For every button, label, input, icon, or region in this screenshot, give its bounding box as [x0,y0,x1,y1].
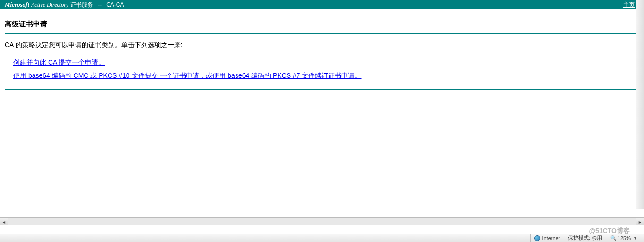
zoom-control[interactable]: 🔍 125% ▾ [606,234,642,242]
option-row-1: 创建并向此 CA 提交一个申请。 [5,56,639,69]
page-title: 高级证书申请 [5,14,639,33]
scroll-right-button[interactable]: ► [636,218,644,225]
divider-bottom [5,89,639,90]
option-row-2: 使用 base64 编码的 CMC 或 PKCS #10 文件提交 一个证书申请… [5,69,639,83]
submit-base64-request-link[interactable]: 使用 base64 编码的 CMC 或 PKCS #10 文件提交 一个证书申请… [13,72,362,79]
service-label-en: Active Directory [31,1,68,8]
create-submit-request-link[interactable]: 创建并向此 CA 提交一个申请。 [13,58,105,66]
brand-label: Microsoft [5,1,29,8]
ca-name: CA-CA [106,1,124,8]
service-label-cn: 证书服务 [70,1,93,9]
instruction-text: CA 的策略决定您可以申请的证书类别。单击下列选项之一来: [5,41,639,50]
protected-mode-label: 保护模式: 禁用 [568,234,602,242]
scroll-track[interactable] [8,218,636,225]
zoom-out-icon[interactable]: 🔍 [610,235,617,242]
protected-mode: 保护模式: 禁用 [564,234,606,242]
header-bar: Microsoft Active Directory 证书服务 -- CA-CA… [0,0,644,9]
vertical-scrollbar[interactable] [636,0,644,209]
scroll-left-button[interactable]: ◄ [0,218,8,225]
header-title: Microsoft Active Directory 证书服务 -- CA-CA [5,1,124,9]
zone-label: Internet [542,235,559,241]
zoom-dropdown-icon[interactable]: ▾ [632,235,638,242]
zoom-level: 125% [618,235,631,241]
divider-top [5,33,639,34]
horizontal-scrollbar[interactable]: ◄ ► [0,217,644,225]
header-separator: -- [95,1,104,8]
status-bar: Internet 保护模式: 禁用 🔍 125% ▾ [0,234,644,242]
security-zone[interactable]: Internet [530,234,563,242]
main-content: 高级证书申请 CA 的策略决定您可以申请的证书类别。单击下列选项之一来: 创建并… [0,9,644,90]
globe-icon [534,235,540,241]
